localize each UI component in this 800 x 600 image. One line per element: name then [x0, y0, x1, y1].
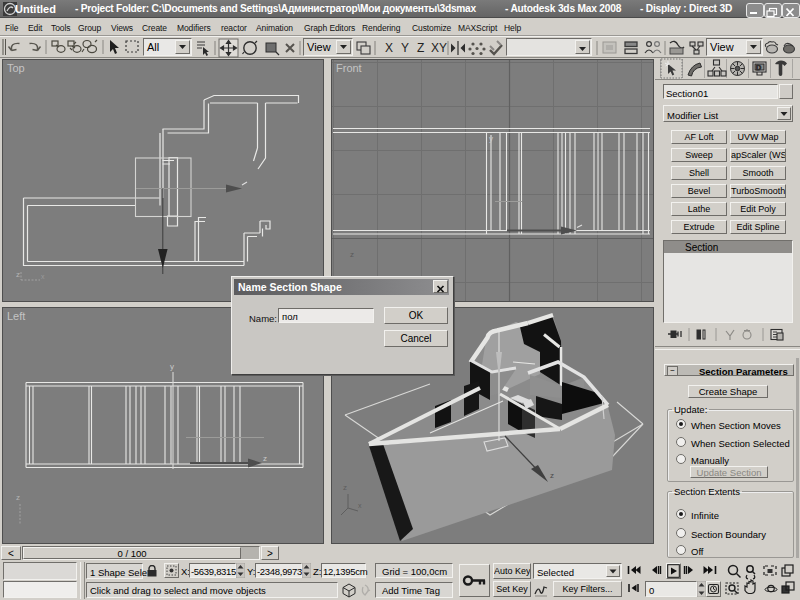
svg-text:y: y: [170, 362, 174, 371]
svg-text:XY: XY: [431, 41, 447, 55]
svg-text:y: y: [489, 134, 493, 143]
svg-text:D: D: [756, 64, 761, 71]
svg-text:X: X: [385, 41, 393, 55]
svg-text:Y: Y: [401, 41, 409, 55]
svg-text:z: z: [343, 483, 347, 492]
svg-text:z: z: [16, 270, 20, 279]
svg-text:z: z: [350, 250, 354, 259]
svg-text:x: x: [358, 502, 362, 509]
svg-text:x: x: [41, 273, 45, 280]
svg-text:z: z: [550, 471, 554, 480]
svg-text:z: z: [263, 454, 267, 463]
svg-text:Z: Z: [417, 41, 424, 55]
svg-text:z: z: [16, 493, 20, 502]
